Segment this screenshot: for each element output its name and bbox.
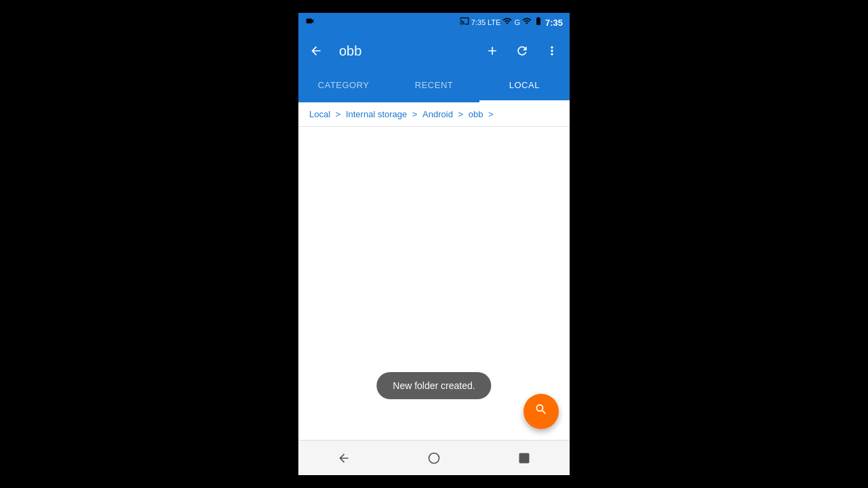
- breadcrumb-sep3: >: [456, 109, 466, 119]
- status-bar: 7:35 LTE G 7:35: [298, 13, 570, 32]
- search-icon: [534, 403, 548, 420]
- screen: 7:35 LTE G 7:35 obb: [298, 13, 570, 440]
- breadcrumb-internal-storage[interactable]: Internal storage: [346, 109, 407, 119]
- back-arrow-button[interactable]: [304, 39, 328, 63]
- tab-recent[interactable]: RECENT: [389, 70, 479, 102]
- g-label: G: [514, 18, 520, 26]
- breadcrumb-sep1: >: [333, 109, 343, 119]
- toast-message: New folder created.: [376, 372, 491, 399]
- app-bar: obb: [298, 32, 570, 70]
- video-cam-icon: [305, 16, 315, 28]
- svg-rect-1: [520, 453, 529, 462]
- signal-icon: [502, 16, 512, 28]
- tab-bar: CATEGORY RECENT LOCAL: [298, 70, 570, 102]
- tab-category[interactable]: CATEGORY: [298, 70, 389, 102]
- add-button[interactable]: [480, 39, 505, 63]
- svg-point-0: [429, 453, 439, 463]
- breadcrumb-sep2: >: [410, 109, 420, 119]
- lte-label: LTE: [488, 18, 500, 26]
- breadcrumb-android[interactable]: Android: [422, 109, 453, 119]
- more-vert-button[interactable]: [540, 39, 564, 63]
- nav-home-button[interactable]: [414, 445, 454, 472]
- breadcrumb-obb[interactable]: obb: [469, 109, 484, 119]
- bottom-nav: [298, 440, 570, 475]
- cast-icon: [460, 16, 469, 28]
- status-time: 7:35: [545, 18, 563, 28]
- tab-local[interactable]: LOCAL: [479, 70, 570, 102]
- breadcrumb-local[interactable]: Local: [309, 109, 330, 119]
- app-bar-title: obb: [339, 43, 475, 59]
- nav-recent-button[interactable]: [504, 445, 545, 472]
- content-area: New folder created.: [298, 127, 570, 440]
- battery-icon: [534, 16, 543, 28]
- search-fab-button[interactable]: [524, 394, 559, 429]
- breadcrumb: Local > Internal storage > Android > obb…: [298, 102, 570, 127]
- status-bar-left: [305, 16, 457, 28]
- signal2-icon: [522, 16, 532, 28]
- nav-back-button[interactable]: [323, 445, 364, 472]
- refresh-button[interactable]: [510, 39, 534, 63]
- phone-container: 7:35 LTE G 7:35 obb: [298, 0, 570, 488]
- volte-label: 7:35: [471, 18, 486, 26]
- status-icons: 7:35 LTE G 7:35: [460, 16, 563, 28]
- breadcrumb-sep4: >: [486, 109, 493, 119]
